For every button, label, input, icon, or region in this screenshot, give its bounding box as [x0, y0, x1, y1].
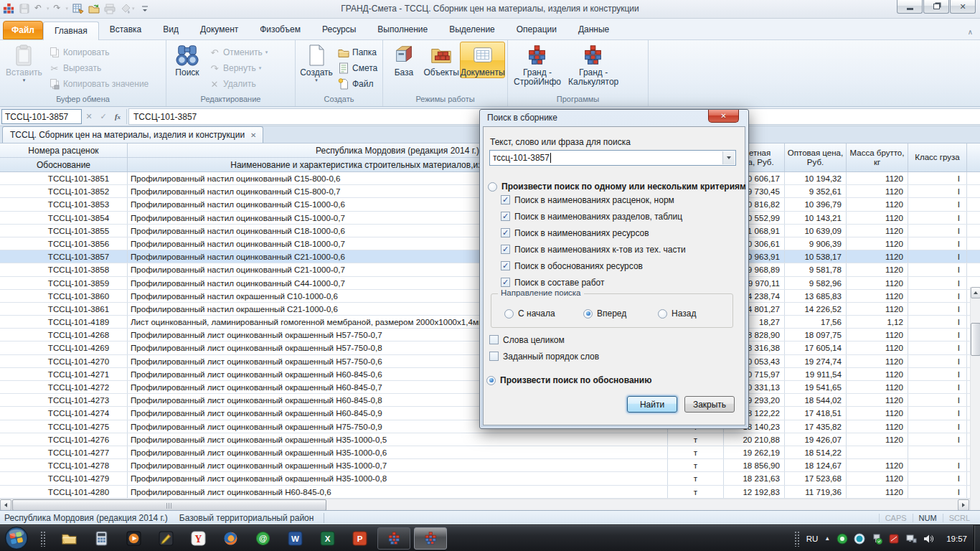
powerpoint-taskbar-button[interactable]: P	[345, 527, 374, 550]
name-box[interactable]: ТССЦ-101-3857	[1, 109, 82, 124]
yandex-taskbar-button[interactable]: Y	[184, 527, 212, 550]
search-scope-checkbox-3[interactable]: ✓Поиск в наименованиях к-тов из тех. час…	[501, 245, 686, 254]
grand-smeta-taskbar-button-1[interactable]	[414, 527, 447, 550]
ribbon-estimate-button[interactable]: Смета	[335, 60, 380, 76]
app-logo-qat-button[interactable]	[3, 2, 14, 15]
horizontal-scrollbar[interactable]	[0, 499, 970, 510]
search-option-checkbox-1[interactable]: Заданный порядок слов	[489, 352, 599, 361]
clock[interactable]: 19:57	[941, 534, 970, 543]
document-tab[interactable]: ТССЦ. Сборник цен на материалы, изделия …	[2, 126, 263, 143]
show-desktop-button[interactable]	[974, 525, 980, 551]
fill-qat-button[interactable]: ▾	[120, 2, 135, 15]
tray-blue-icon[interactable]	[854, 533, 865, 545]
search-scope-checkbox-2[interactable]: ✓Поиск в наименованиях ресурсов	[501, 228, 686, 237]
save-qat-button[interactable]	[19, 2, 30, 15]
header-col-numbers[interactable]: Номера расценок Обоснование	[0, 143, 128, 171]
find-button[interactable]: Найти	[627, 396, 677, 413]
vertical-scroll-thumb[interactable]	[971, 323, 980, 356]
ribbon-tab-7[interactable]: Выделение	[438, 21, 506, 39]
search-scope-checkbox-1[interactable]: ✓Поиск в наименованиях разделов, таблиц	[501, 212, 686, 221]
direction-radio-0[interactable]: С начала	[504, 309, 555, 319]
ribbon-base-button[interactable]: База	[385, 42, 423, 77]
ribbon-file-new-button[interactable]: Файл	[335, 76, 380, 92]
ribbon-redo-arrow-button[interactable]: ↷Вернуть▾	[206, 60, 270, 76]
ribbon-tab-5[interactable]: Ресурсы	[311, 21, 367, 39]
ribbon-binoculars-button[interactable]: Поиск	[169, 42, 206, 77]
search-scope-checkbox-4[interactable]: ✓Поиск в обоснованиях ресурсов	[501, 261, 686, 270]
ribbon-scissors-button[interactable]: ✂Вырезать	[46, 60, 151, 76]
start-button[interactable]	[4, 526, 29, 550]
direction-radio-2[interactable]: Назад	[658, 309, 696, 319]
ribbon-grand-button[interactable]: Гранд - Калькулятор	[565, 42, 622, 87]
table-row-ТССЦ-101-4277[interactable]: ТССЦ-101-4277Профилированный лист оцинко…	[0, 446, 980, 459]
ribbon-tab-2[interactable]: Вид	[152, 21, 189, 39]
table-row-ТССЦ-101-4279[interactable]: ТССЦ-101-4279Профилированный лист оцинко…	[0, 472, 980, 485]
criteria-search-radio[interactable]: Произвести поиск по одному или нескольки…	[488, 182, 746, 192]
tab-file[interactable]: Файл	[3, 21, 43, 39]
paste-table-qat-button[interactable]	[72, 2, 84, 15]
ribbon-objects-button[interactable]: Объекты	[423, 42, 460, 77]
ribbon-folder-button[interactable]: Папка	[335, 44, 380, 60]
ribbon-grand-button[interactable]: Гранд - СтройИнфо	[510, 42, 565, 87]
header-price2[interactable]: Оптовая цена, Руб.	[785, 143, 847, 171]
print-qat-button[interactable]	[104, 2, 116, 15]
ribbon-documents-button[interactable]: Документы	[460, 42, 505, 78]
collapse-ribbon-icon[interactable]: ∧	[968, 28, 973, 36]
scroll-up-button[interactable]	[971, 287, 980, 298]
confirm-entry-icon[interactable]: ✓	[96, 112, 110, 121]
tray-net-icon[interactable]	[905, 533, 917, 545]
ribbon-tab-6[interactable]: Выполнение	[367, 21, 438, 39]
tray-green-icon[interactable]	[837, 533, 848, 545]
ribbon-copy-button[interactable]: Копировать	[46, 44, 151, 60]
ribbon-undo-arrow-button[interactable]: ↶Отменить▾	[206, 44, 270, 60]
minimize-button[interactable]	[897, 0, 923, 14]
ribbon-copy-value-button[interactable]: Копировать значение	[46, 76, 151, 92]
ribbon-clipboard-button[interactable]: Вставить▾	[2, 42, 46, 83]
explorer-taskbar-button[interactable]	[55, 527, 83, 550]
player-taskbar-button[interactable]	[119, 527, 148, 550]
firefox-taskbar-button[interactable]	[216, 527, 245, 550]
tray-vol-icon[interactable]	[923, 533, 934, 545]
justification-search-radio[interactable]: Произвести поиск по обоснованию	[486, 375, 651, 385]
mail-agent-taskbar-button[interactable]: @	[248, 527, 277, 550]
search-scope-checkbox-5[interactable]: ✓Поиск в составе работ	[501, 278, 686, 287]
scroll-left-button[interactable]	[0, 499, 11, 511]
search-input[interactable]: тссц-101-3857	[489, 150, 736, 166]
ribbon-tab-4[interactable]: Физобъем	[249, 21, 311, 39]
table-row-ТССЦ-101-4276[interactable]: ТССЦ-101-4276Профилированный лист оцинко…	[0, 433, 980, 446]
direction-radio-1[interactable]: Вперед	[583, 309, 626, 319]
notes-taskbar-button[interactable]	[151, 527, 180, 550]
ribbon-tab-3[interactable]: Документ	[189, 21, 249, 39]
close-button[interactable]: ✕	[950, 0, 976, 14]
show-hidden-icons-icon[interactable]: ▲	[824, 535, 830, 542]
ribbon-new-doc-button[interactable]: Создать▾	[298, 42, 335, 83]
ribbon-tab-1[interactable]: Вставка	[99, 21, 153, 39]
horizontal-scroll-thumb[interactable]	[12, 499, 326, 511]
tab-close-icon[interactable]: ✕	[250, 131, 256, 139]
qat-more-qat-button[interactable]	[139, 2, 151, 15]
open-folder-qat-button[interactable]	[88, 2, 100, 15]
ribbon-tab-0[interactable]: Главная	[43, 22, 99, 40]
undo-arrow-qat-button[interactable]: ↶▾	[34, 2, 50, 15]
redo-arrow-qat-button[interactable]: ↷▾	[54, 2, 69, 15]
cancel-entry-icon[interactable]: ✕	[82, 112, 96, 121]
tray-red-icon[interactable]	[888, 533, 900, 545]
ribbon-tab-9[interactable]: Данные	[567, 21, 620, 39]
restore-button[interactable]	[923, 0, 949, 14]
function-icon[interactable]: fx	[110, 112, 125, 121]
table-row-ТССЦ-101-4278[interactable]: ТССЦ-101-4278Профилированный лист оцинко…	[0, 459, 980, 472]
header-cargo-class[interactable]: Класс груза	[908, 143, 967, 171]
word-taskbar-button[interactable]: W	[281, 527, 309, 550]
calculator-taskbar-button[interactable]	[87, 527, 116, 550]
dialog-close-button[interactable]: ✕	[708, 110, 739, 123]
excel-taskbar-button[interactable]: X	[313, 527, 341, 550]
header-mass[interactable]: Масса брутто, кг	[847, 143, 908, 171]
scroll-right-button[interactable]	[958, 499, 969, 511]
search-scope-checkbox-0[interactable]: ✓Поиск в наименованиях расценок, норм	[501, 195, 686, 204]
combo-dropdown-button[interactable]	[722, 151, 735, 164]
ribbon-tab-8[interactable]: Операции	[506, 21, 567, 39]
table-row-ТССЦ-101-4280[interactable]: ТССЦ-101-4280Профилированный лист оцинко…	[0, 486, 980, 499]
close-dialog-button[interactable]: Закрыть	[684, 396, 735, 413]
tray-usb-icon[interactable]	[871, 533, 882, 545]
search-option-checkbox-0[interactable]: Слова целиком	[489, 335, 599, 344]
